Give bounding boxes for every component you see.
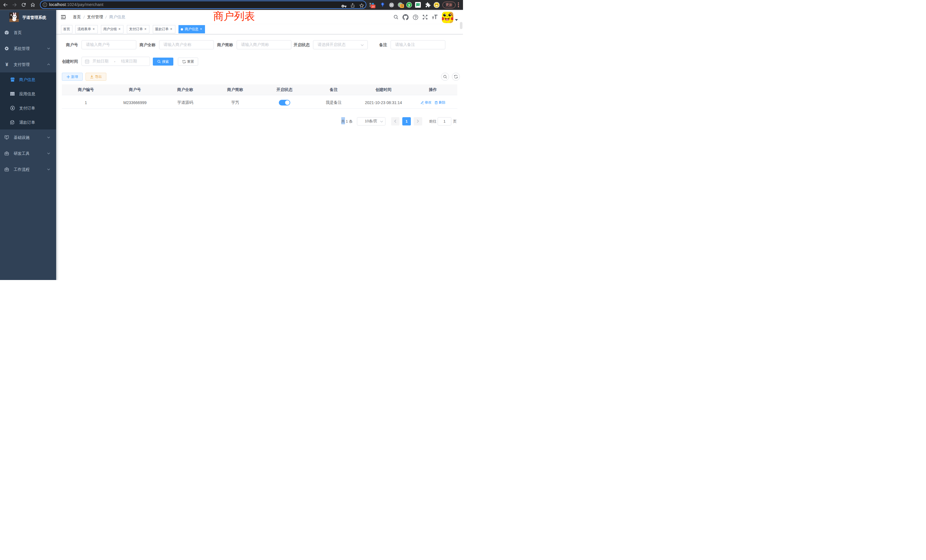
svg-text:¥: ¥ xyxy=(5,62,8,67)
svg-text:y: y xyxy=(408,3,410,7)
